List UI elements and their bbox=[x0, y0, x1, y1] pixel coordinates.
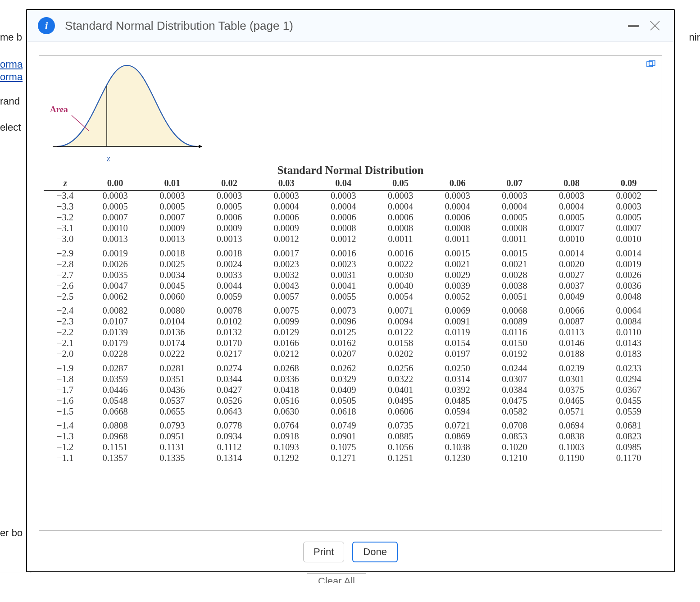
value-cell: 0.0007 bbox=[600, 223, 657, 234]
close-button[interactable] bbox=[647, 18, 663, 34]
col-header: 0.02 bbox=[201, 178, 258, 190]
value-cell: 0.0038 bbox=[486, 280, 543, 291]
value-cell: 0.0089 bbox=[486, 316, 543, 327]
value-cell: 0.0047 bbox=[86, 280, 144, 291]
value-cell: 0.0005 bbox=[86, 201, 144, 212]
value-cell: 0.0384 bbox=[486, 384, 543, 395]
print-button[interactable]: Print bbox=[303, 542, 344, 562]
value-cell: 0.0708 bbox=[486, 417, 543, 431]
value-cell: 0.0367 bbox=[600, 384, 657, 395]
value-cell: 0.0037 bbox=[543, 280, 600, 291]
bg-text-fragment: elect bbox=[0, 122, 21, 133]
value-cell: 0.0030 bbox=[372, 269, 429, 280]
value-cell: 0.0951 bbox=[144, 431, 201, 442]
done-button[interactable]: Done bbox=[352, 542, 398, 562]
value-cell: 0.0749 bbox=[315, 417, 372, 431]
minimize-icon bbox=[628, 25, 639, 27]
value-cell: 0.0043 bbox=[258, 280, 315, 291]
bg-text-fragment: rand bbox=[0, 96, 20, 107]
z-axis-label: z bbox=[107, 153, 110, 164]
value-cell: 0.0014 bbox=[543, 245, 600, 259]
value-cell: 0.0202 bbox=[372, 349, 429, 360]
col-header: 0.03 bbox=[258, 178, 315, 190]
svg-rect-2 bbox=[647, 62, 653, 67]
close-icon bbox=[649, 20, 661, 32]
col-header: 0.04 bbox=[315, 178, 372, 190]
value-cell: 0.0465 bbox=[543, 395, 600, 406]
value-cell: 0.0129 bbox=[258, 327, 315, 338]
value-cell: 0.0059 bbox=[201, 291, 258, 302]
value-cell: 0.0034 bbox=[144, 269, 201, 280]
value-cell: 0.0301 bbox=[543, 374, 600, 384]
value-cell: 0.0217 bbox=[201, 349, 258, 360]
value-cell: 0.0080 bbox=[144, 302, 201, 316]
value-cell: 0.0004 bbox=[315, 201, 372, 212]
table-row: −3.20.00070.00070.00060.00060.00060.0006… bbox=[44, 212, 657, 223]
value-cell: 0.0049 bbox=[543, 291, 600, 302]
value-cell: 0.0239 bbox=[543, 360, 600, 374]
value-cell: 0.0026 bbox=[600, 269, 657, 280]
value-cell: 0.0104 bbox=[144, 316, 201, 327]
value-cell: 0.0003 bbox=[486, 190, 543, 201]
table-row: −2.00.02280.02220.02170.02120.02070.0202… bbox=[44, 349, 657, 360]
z-cell: −2.5 bbox=[44, 291, 86, 302]
value-cell: 0.0885 bbox=[372, 431, 429, 442]
value-cell: 0.0505 bbox=[315, 395, 372, 406]
value-cell: 0.0113 bbox=[543, 327, 600, 338]
value-cell: 0.0158 bbox=[372, 338, 429, 349]
z-cell: −1.9 bbox=[44, 360, 86, 374]
value-cell: 0.0021 bbox=[486, 259, 543, 269]
value-cell: 0.0869 bbox=[429, 431, 486, 442]
svg-rect-3 bbox=[649, 60, 655, 65]
value-cell: 0.0418 bbox=[258, 384, 315, 395]
value-cell: 0.0082 bbox=[86, 302, 144, 316]
value-cell: 0.0003 bbox=[372, 190, 429, 201]
value-cell: 0.0068 bbox=[486, 302, 543, 316]
value-cell: 0.0004 bbox=[429, 201, 486, 212]
bg-link-fragment[interactable]: orma bbox=[0, 71, 23, 83]
z-cell: −2.1 bbox=[44, 338, 86, 349]
value-cell: 0.0025 bbox=[144, 259, 201, 269]
table-row: −1.80.03590.03510.03440.03360.03290.0322… bbox=[44, 374, 657, 384]
value-cell: 0.0036 bbox=[600, 280, 657, 291]
minimize-button[interactable] bbox=[625, 18, 641, 34]
value-cell: 0.0427 bbox=[201, 384, 258, 395]
value-cell: 0.0287 bbox=[86, 360, 144, 374]
value-cell: 0.0643 bbox=[201, 406, 258, 417]
value-cell: 0.0005 bbox=[543, 212, 600, 223]
value-cell: 0.0045 bbox=[144, 280, 201, 291]
dialog-body: Area z Standard Normal Distribution z 0.… bbox=[27, 42, 674, 535]
value-cell: 0.0102 bbox=[201, 316, 258, 327]
value-cell: 0.0668 bbox=[86, 406, 144, 417]
value-cell: 0.0455 bbox=[600, 395, 657, 406]
value-cell: 0.1314 bbox=[201, 453, 258, 464]
value-cell: 0.0188 bbox=[543, 349, 600, 360]
table-row: −1.90.02870.02810.02740.02680.02620.0256… bbox=[44, 360, 657, 374]
value-cell: 0.0096 bbox=[315, 316, 372, 327]
value-cell: 0.0132 bbox=[201, 327, 258, 338]
value-cell: 0.0008 bbox=[429, 223, 486, 234]
value-cell: 0.0003 bbox=[144, 190, 201, 201]
value-cell: 0.0023 bbox=[258, 259, 315, 269]
value-cell: 0.0005 bbox=[144, 201, 201, 212]
value-cell: 0.0823 bbox=[600, 431, 657, 442]
value-cell: 0.0057 bbox=[258, 291, 315, 302]
table-row: −1.70.04460.04360.04270.04180.04090.0401… bbox=[44, 384, 657, 395]
value-cell: 0.0125 bbox=[315, 327, 372, 338]
expand-button[interactable] bbox=[646, 60, 655, 69]
bg-link-fragment[interactable]: orma bbox=[0, 59, 23, 70]
z-cell: −2.0 bbox=[44, 349, 86, 360]
value-cell: 0.0359 bbox=[86, 374, 144, 384]
value-cell: 0.0018 bbox=[144, 245, 201, 259]
value-cell: 0.0009 bbox=[201, 223, 258, 234]
value-cell: 0.0022 bbox=[372, 259, 429, 269]
value-cell: 0.1151 bbox=[86, 442, 144, 453]
z-col-header: z bbox=[44, 178, 86, 190]
value-cell: 0.1357 bbox=[86, 453, 144, 464]
value-cell: 0.0016 bbox=[372, 245, 429, 259]
col-header: 0.00 bbox=[86, 178, 144, 190]
value-cell: 0.0166 bbox=[258, 338, 315, 349]
value-cell: 0.0162 bbox=[315, 338, 372, 349]
z-cell: −2.7 bbox=[44, 269, 86, 280]
value-cell: 0.0021 bbox=[429, 259, 486, 269]
